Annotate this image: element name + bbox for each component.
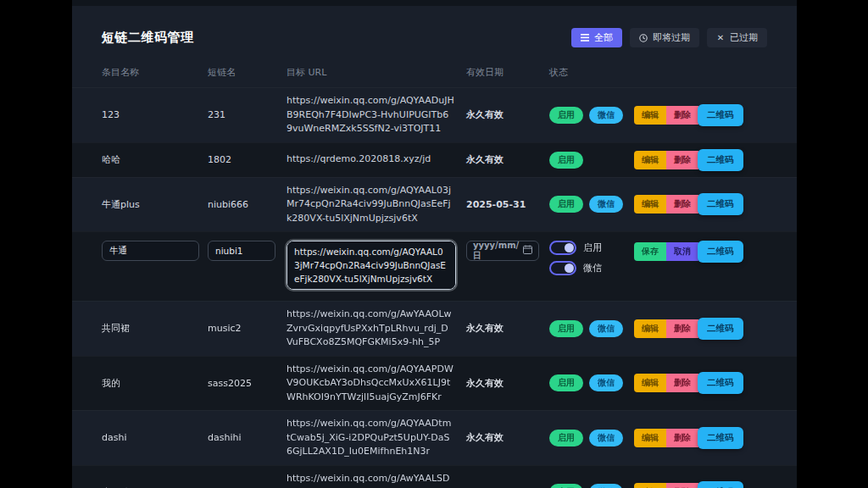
status-badge-wechat: 微信 bbox=[589, 430, 623, 446]
qrcode-button[interactable]: 二维码 bbox=[698, 372, 743, 394]
row-target-url: https://weixin.qq.com/g/AwYAAOLwZvrvGxiq… bbox=[287, 308, 466, 350]
qrcode-button[interactable]: 二维码 bbox=[698, 318, 743, 340]
edit-button[interactable]: 编辑 bbox=[634, 374, 666, 392]
filter-all-label: 全部 bbox=[594, 31, 613, 44]
col-header-status: 状态 bbox=[549, 66, 634, 79]
row-status-badges: 启用微信 bbox=[549, 320, 634, 337]
row-target-url: https://weixin.qq.com/g/AQYAADtmtCwab5j_… bbox=[287, 417, 466, 459]
filter-bar: 全部 即将过期 ✕ 已过期 bbox=[571, 28, 767, 47]
row-slug: 231 bbox=[208, 109, 287, 120]
delete-button[interactable]: 删除 bbox=[666, 483, 698, 488]
status-badge-enabled: 启用 bbox=[549, 320, 583, 337]
delete-button[interactable]: 删除 bbox=[666, 106, 698, 125]
status-badge-enabled: 启用 bbox=[549, 484, 583, 488]
filter-expired-label: 已过期 bbox=[730, 31, 758, 44]
table-row: 牛通plus niubi666 https://weixin.qq.com/g/… bbox=[72, 177, 797, 232]
edit-button[interactable]: 编辑 bbox=[634, 195, 666, 214]
col-header-date: 有效日期 bbox=[466, 66, 549, 79]
table-rows-bottom: 共同裙 music2 https://weixin.qq.com/g/AwYAA… bbox=[72, 301, 797, 488]
qrcode-button[interactable]: 二维码 bbox=[698, 149, 743, 171]
edit-slug-cell bbox=[208, 241, 287, 261]
row-valid-date: 永久有效 bbox=[466, 431, 549, 444]
page-header: 短链二维码管理 全部 即将过期 ✕ 已过期 bbox=[72, 6, 797, 59]
edit-date-cell: yyyy/mm/日 bbox=[466, 241, 549, 261]
filter-expiring-label: 即将过期 bbox=[653, 31, 690, 44]
row-target-url: https://weixin.qq.com/g/AQYAAL03jMr74cpQ… bbox=[287, 184, 466, 226]
qrcode-button[interactable]: 二维码 bbox=[698, 104, 743, 126]
top-strip bbox=[72, 0, 797, 6]
edit-button[interactable]: 编辑 bbox=[634, 319, 666, 338]
row-actions: 编辑 删除 二维码 bbox=[634, 104, 767, 126]
row-target-url: https://weixin.qq.com/g/AQYAADuJHB9REQh7… bbox=[287, 94, 466, 136]
save-button[interactable]: 保存 bbox=[634, 242, 666, 261]
qrcode-button[interactable]: 二维码 bbox=[698, 241, 743, 263]
filter-all-button[interactable]: 全部 bbox=[571, 28, 622, 47]
app-window: 短链二维码管理 全部 即将过期 ✕ 已过期 条目名称 短链名 目标 URL bbox=[72, 0, 797, 488]
enable-toggle[interactable] bbox=[549, 241, 576, 255]
enable-toggle-label: 启用 bbox=[583, 241, 602, 254]
row-target-url: https://weixin.qq.com/g/AwYAALSDTEs1tq6v… bbox=[287, 472, 466, 488]
list-icon bbox=[581, 34, 589, 42]
qrcode-button[interactable]: 二维码 bbox=[698, 427, 743, 449]
qrcode-button[interactable]: 二维码 bbox=[698, 481, 743, 488]
table-row: 共同裙 music2 https://weixin.qq.com/g/AwYAA… bbox=[72, 301, 797, 356]
edit-button[interactable]: 编辑 bbox=[634, 151, 666, 169]
edit-button[interactable]: 编辑 bbox=[634, 106, 666, 125]
row-status-badges: 启用微信 bbox=[549, 484, 634, 488]
edit-button[interactable]: 编辑 bbox=[634, 483, 666, 488]
calendar-icon[interactable] bbox=[523, 245, 532, 257]
row-status-badges: 启用微信 bbox=[549, 196, 634, 213]
delete-button[interactable]: 删除 bbox=[666, 195, 698, 214]
status-badge-wechat: 微信 bbox=[589, 320, 623, 337]
row-name: 共同裙 bbox=[102, 322, 208, 335]
col-header-url: 目标 URL bbox=[287, 66, 466, 79]
row-actions: 编辑 删除 二维码 bbox=[634, 427, 767, 449]
qrcode-button[interactable]: 二维码 bbox=[698, 193, 743, 215]
row-name: 123 bbox=[102, 109, 208, 120]
col-header-slug: 短链名 bbox=[208, 66, 287, 79]
status-badge-enabled: 启用 bbox=[549, 152, 583, 169]
row-name: dashi bbox=[102, 432, 208, 443]
row-name: 我的 bbox=[102, 377, 208, 390]
edit-actions-cell: 保存 取消 二维码 bbox=[634, 241, 767, 263]
filter-expiring-button[interactable]: 即将过期 bbox=[630, 28, 699, 47]
row-valid-date: 永久有效 bbox=[466, 322, 549, 335]
row-actions: 编辑 删除 二维码 bbox=[634, 318, 767, 340]
delete-button[interactable]: 删除 bbox=[666, 151, 698, 169]
row-slug: niubi666 bbox=[208, 199, 287, 210]
wechat-toggle-label: 微信 bbox=[583, 262, 602, 274]
status-badge-enabled: 启用 bbox=[549, 196, 583, 213]
row-valid-date: 永久有效 bbox=[466, 153, 549, 166]
edit-url-textarea[interactable]: https://weixin.qq.com/g/AQYAAL03jMr74cpQ… bbox=[287, 241, 456, 290]
delete-button[interactable]: 删除 bbox=[666, 319, 698, 338]
row-status-badges: 启用微信 bbox=[549, 107, 634, 124]
toggle-knob bbox=[565, 263, 574, 273]
row-valid-date: 永久有效 bbox=[466, 108, 549, 121]
status-badge-enabled: 启用 bbox=[549, 107, 583, 124]
row-status-badges: 启用微信 bbox=[549, 430, 634, 446]
edit-name-input[interactable] bbox=[102, 241, 199, 261]
row-status-badges: 启用微信 bbox=[549, 374, 634, 391]
cancel-button[interactable]: 取消 bbox=[666, 242, 698, 261]
delete-button[interactable]: 删除 bbox=[666, 429, 698, 447]
row-slug: sass2025 bbox=[208, 378, 287, 389]
table-row: dashi dashihi https://weixin.qq.com/g/AQ… bbox=[72, 410, 797, 465]
edit-date-input[interactable]: yyyy/mm/日 bbox=[466, 241, 539, 261]
edit-url-cell: https://weixin.qq.com/g/AQYAAL03jMr74cpQ… bbox=[287, 241, 466, 292]
clock-icon bbox=[639, 34, 648, 42]
table-rows-top: 123 231 https://weixin.qq.com/g/AQYAADuJ… bbox=[72, 87, 797, 231]
row-actions: 编辑 删除 二维码 bbox=[634, 149, 767, 171]
delete-button[interactable]: 删除 bbox=[666, 374, 698, 392]
edit-slug-input[interactable] bbox=[208, 241, 275, 261]
edit-name-cell bbox=[102, 241, 208, 261]
row-valid-date: 2025-05-31 bbox=[466, 199, 549, 210]
row-actions: 编辑 删除 二维码 bbox=[634, 481, 767, 488]
filter-expired-button[interactable]: ✕ 已过期 bbox=[707, 28, 767, 47]
status-badge-wechat: 微信 bbox=[589, 196, 623, 213]
edit-button[interactable]: 编辑 bbox=[634, 429, 666, 447]
wechat-toggle[interactable] bbox=[549, 261, 576, 275]
table-row: 我的 sass2025 https://weixin.qq.com/g/AQYA… bbox=[72, 356, 797, 411]
status-badge-wechat: 微信 bbox=[589, 107, 623, 124]
row-target-url: https://weixin.qq.com/g/AQYAAPDWV9OUKcbA… bbox=[287, 363, 466, 405]
row-slug: dashihi bbox=[208, 432, 287, 443]
